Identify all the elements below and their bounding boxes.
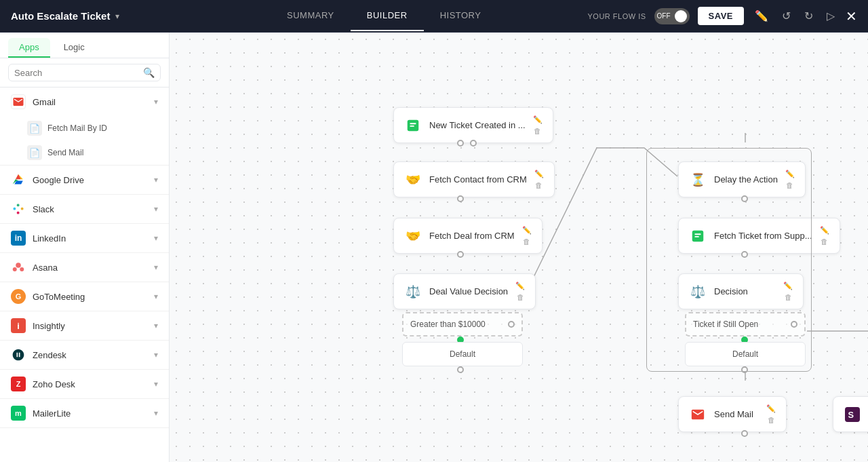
fetch-ticket-actions: ✏️ 🗑 — [819, 225, 830, 246]
ticket-open-right-connector[interactable] — [791, 321, 797, 328]
connector-2[interactable] — [457, 195, 464, 202]
app-gmail-header[interactable]: Gmail ▾ — [0, 88, 169, 116]
title-chevron-icon[interactable]: ▾ — [115, 12, 119, 21]
fetch-deal-edit-btn[interactable]: ✏️ — [521, 225, 532, 235]
sidebar-tab-apps[interactable]: Apps — [8, 38, 50, 58]
send-mail-node-label: Send Mail — [714, 409, 759, 419]
app-asana-header[interactable]: Asana ▾ — [0, 253, 169, 282]
app-insightly-header[interactable]: i Insightly ▾ — [0, 311, 169, 340]
fetch-contact-edit-btn[interactable]: ✏️ — [534, 169, 545, 179]
send-mail-edit-btn[interactable]: ✏️ — [766, 404, 776, 414]
flow-toggle[interactable]: OFF — [654, 8, 690, 24]
deal-gt-box[interactable]: Greater than $10000 — [402, 312, 523, 336]
fetch-ticket-delete-btn[interactable]: 🗑 — [819, 237, 830, 246]
deal-default-connector[interactable] — [457, 366, 464, 373]
sidebar-tab-logic[interactable]: Logic — [53, 38, 96, 58]
app-gotomeeting-left: G GoToMeeting — [11, 289, 85, 304]
deal-default-box[interactable]: Default — [402, 342, 523, 366]
node-deal-decision[interactable]: ⚖️ Deal Value Decision ✏️ 🗑 — [393, 273, 536, 309]
svg-rect-0 — [14, 208, 16, 210]
app-gdrive-left: Google Drive — [11, 172, 84, 187]
ticket-open-label: Ticket if Still Open — [693, 320, 758, 329]
delay-icon: ⏳ — [688, 170, 707, 189]
deal-decision-edit-btn[interactable]: ✏️ — [515, 281, 526, 291]
trigger-actions: ✏️ 🗑 — [532, 115, 543, 136]
decision-delete-btn[interactable]: 🗑 — [783, 292, 793, 302]
decision-edit-btn[interactable]: ✏️ — [783, 281, 793, 291]
connector-delay[interactable] — [741, 195, 748, 202]
connector-fetch-ticket[interactable] — [741, 251, 748, 258]
play-icon[interactable]: ▷ — [824, 7, 837, 25]
app-slack-header[interactable]: Slack ▾ — [0, 195, 169, 223]
app-mailerlite-header[interactable]: m MailerLite ▾ — [0, 399, 169, 427]
mailerlite-chevron-icon: ▾ — [154, 408, 158, 418]
app-group-gmail: Gmail ▾ 📄 Fetch Mail By ID 📄 Send Mail — [0, 88, 169, 166]
gmail-item-fetch-mail[interactable]: 📄 Fetch Mail By ID — [0, 116, 169, 140]
fetch-deal-delete-btn[interactable]: 🗑 — [521, 237, 532, 246]
trigger-delete-btn[interactable]: 🗑 — [532, 126, 543, 136]
app-mailerlite-left: m MailerLite — [11, 406, 71, 421]
node-send-mail[interactable]: Send Mail ✏️ 🗑 — [678, 396, 787, 432]
save-button[interactable]: SAVE — [698, 7, 744, 25]
gmail-item-send-mail[interactable]: 📄 Send Mail — [0, 140, 169, 165]
tab-summary[interactable]: SUMMARY — [271, 1, 351, 31]
deal-decision-delete-btn[interactable]: 🗑 — [515, 292, 526, 302]
canvas[interactable]: New Ticket Created in ... ✏️ 🗑 🤝 Fetch C… — [170, 33, 868, 462]
node-send-channel[interactable]: S Send Channel Message ✏️ 🗑 — [833, 396, 868, 432]
send-mail-bottom-connector[interactable] — [741, 430, 748, 437]
connector-3[interactable] — [457, 251, 464, 258]
app-gotomeeting-header[interactable]: G GoToMeeting ▾ — [0, 282, 169, 311]
ticket-default-label: Default — [732, 349, 758, 359]
svg-rect-1 — [17, 204, 20, 207]
decision-actions: ✏️ 🗑 — [783, 281, 793, 302]
insightly-label: Insightly — [33, 321, 65, 331]
app-group-insightly: i Insightly ▾ — [0, 311, 169, 341]
delay-edit-btn[interactable]: ✏️ — [785, 169, 795, 179]
fetch-contact-delete-btn[interactable]: 🗑 — [534, 180, 545, 190]
app-zoho-header[interactable]: Z Zoho Desk ▾ — [0, 370, 169, 398]
node-fetch-contact[interactable]: 🤝 Fetch Contact from CRM ✏️ 🗑 — [393, 161, 555, 197]
app-zoho-left: Z Zoho Desk — [11, 377, 75, 391]
gmail-chevron-icon: ▾ — [154, 97, 158, 107]
node-delay[interactable]: ⏳ Delay the Action ✏️ 🗑 — [678, 161, 806, 197]
undo-icon[interactable]: ↺ — [779, 7, 793, 25]
deal-gt-right-connector[interactable] — [508, 321, 515, 328]
trigger-bottom-connector[interactable] — [470, 140, 477, 147]
app-gdrive-header[interactable]: Google Drive ▾ — [0, 166, 169, 194]
edit-icon[interactable]: ✏️ — [752, 7, 771, 25]
flow-status-label: YOUR FLOW IS — [588, 12, 646, 20]
tab-history[interactable]: HISTORY — [424, 1, 498, 31]
node-fetch-ticket[interactable]: Fetch Ticket from Supp... ✏️ 🗑 — [678, 218, 840, 254]
redo-icon[interactable]: ↻ — [802, 7, 816, 25]
deal-gt-label: Greater than $10000 — [410, 320, 486, 329]
app-linkedin-header[interactable]: in LinkedIn ▾ — [0, 224, 169, 252]
trigger-edit-btn[interactable]: ✏️ — [532, 115, 543, 125]
svg-rect-18 — [410, 126, 414, 127]
fetch-mail-icon: 📄 — [27, 121, 42, 136]
app-zendesk-header[interactable]: Zendesk ▾ — [0, 341, 169, 369]
connector-1[interactable] — [457, 140, 464, 147]
deal-decision-actions: ✏️ 🗑 — [515, 281, 526, 302]
fetch-ticket-edit-btn[interactable]: ✏️ — [819, 225, 830, 235]
search-box: 🔍 — [0, 58, 169, 88]
node-decision[interactable]: ⚖️ Decision ✏️ 🗑 — [678, 273, 804, 309]
gmail-icon — [11, 94, 26, 109]
ticket-default-connector[interactable] — [741, 366, 748, 373]
send-mail-delete-btn[interactable]: 🗑 — [766, 415, 776, 425]
send-mail-icon — [688, 405, 707, 424]
gotomeeting-chevron-icon: ▾ — [154, 292, 158, 301]
fetch-ticket-label: Fetch Ticket from Supp... — [714, 231, 812, 241]
deal-decision-label: Deal Value Decision — [429, 286, 508, 296]
app-linkedin-left: in LinkedIn — [11, 231, 66, 246]
ticket-default-box[interactable]: Default — [685, 342, 806, 366]
node-fetch-deal[interactable]: 🤝 Fetch Deal from CRM ✏️ 🗑 — [393, 218, 542, 254]
close-button[interactable]: ✕ — [846, 8, 857, 24]
node-trigger[interactable]: New Ticket Created in ... ✏️ 🗑 — [393, 107, 553, 143]
svg-rect-21 — [694, 236, 698, 237]
search-input[interactable] — [14, 68, 143, 78]
send-mail-label: Send Mail — [47, 148, 83, 157]
delay-delete-btn[interactable]: 🗑 — [785, 180, 795, 190]
ticket-open-box[interactable]: Ticket if Still Open — [685, 312, 806, 336]
delay-label: Delay the Action — [714, 174, 778, 185]
tab-builder[interactable]: BUILDER — [351, 1, 424, 31]
